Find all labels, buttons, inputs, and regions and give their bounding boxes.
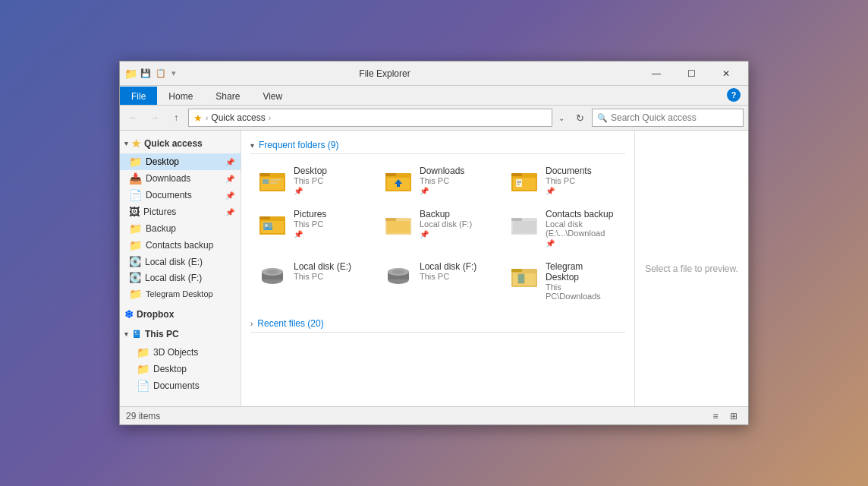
frequent-folders-header[interactable]: ▾ Frequent folders (9)	[250, 137, 625, 154]
sidebar-item-telegram-desktop[interactable]: 📁 Telegram Desktop	[120, 286, 241, 302]
view-buttons: ≡ ⊞	[707, 409, 742, 423]
sidebar-item-local-disk-f[interactable]: 💽 Local disk (F:)	[120, 270, 241, 286]
main-area: ▾ ★ Quick access 📁 Desktop 📌 📥 Downloads…	[120, 131, 748, 406]
pin-icon: 📌	[225, 208, 234, 216]
contacts-backup-folder-icon: 📁	[129, 239, 142, 251]
sidebar-item-desktop[interactable]: 📁 Desktop 📌	[120, 153, 241, 170]
list-view-button[interactable]: ≡	[707, 409, 724, 423]
backup-info: Backup Local disk (F:) 📌	[420, 209, 492, 238]
telegram-thumb	[509, 261, 539, 290]
forward-button[interactable]: →	[146, 109, 164, 126]
sidebar-item-local-disk-e[interactable]: 💽 Local disk (E:)	[120, 254, 241, 270]
favorites-star-icon: ★	[193, 112, 203, 124]
backup-thumb	[383, 209, 414, 238]
sidebar: ▾ ★ Quick access 📁 Desktop 📌 📥 Downloads…	[120, 131, 241, 406]
preview-pane: Select a file to preview.	[634, 131, 748, 406]
recent-files-label: Recent files (20)	[257, 318, 323, 329]
documents-this-pc-icon: 📄	[137, 380, 149, 392]
collapse-chevron: ▾	[250, 141, 254, 150]
local-disk-e-icon: 💽	[129, 256, 141, 267]
path-dropdown-button[interactable]: ⌄	[555, 109, 568, 126]
tab-file[interactable]: File	[120, 87, 157, 105]
svg-rect-16	[517, 184, 520, 185]
recent-collapse-chevron: ›	[250, 320, 253, 328]
dropbox-label: Dropbox	[137, 309, 174, 320]
documents-info: Documents This PC 📌	[546, 166, 618, 195]
address-path[interactable]: ★ › Quick access ›	[188, 109, 552, 127]
refresh-button[interactable]: ↻	[571, 109, 589, 127]
search-icon: 🔍	[597, 113, 608, 123]
contacts-backup-info: Contacts backup Local disk (E:\...\Downl…	[546, 209, 618, 248]
search-input[interactable]	[611, 112, 738, 123]
tab-home[interactable]: Home	[157, 87, 204, 105]
svg-rect-3	[263, 179, 269, 184]
search-box[interactable]: 🔍	[592, 109, 744, 127]
grid-view-button[interactable]: ⊞	[725, 409, 742, 423]
address-bar: ← → ↑ ★ › Quick access › ⌄ ↻ 🔍	[120, 106, 748, 131]
sidebar-item-documents[interactable]: 📄 Documents 📌	[120, 187, 241, 204]
tab-share[interactable]: Share	[204, 87, 251, 105]
up-button[interactable]: ↑	[167, 109, 185, 126]
path-separator-2: ›	[269, 114, 271, 122]
sidebar-item-pictures[interactable]: 🖼 Pictures 📌	[120, 204, 241, 220]
folder-item-pictures[interactable]: Pictures This PC 📌	[250, 204, 373, 253]
folder-item-local-disk-e[interactable]: Local disk (E:) This PC	[250, 256, 373, 306]
downloads-thumb	[383, 166, 414, 194]
sidebar-item-3d-objects[interactable]: 📁 3D Objects	[120, 344, 241, 361]
dropbox-icon: ❄	[124, 308, 134, 320]
svg-point-36	[392, 270, 404, 274]
title-bar: 📁 💾 📋 ▾ File Explorer — ☐ ✕	[120, 62, 748, 86]
local-disk-f-thumb	[383, 261, 414, 290]
telegram-folder-icon: 📁	[129, 288, 142, 300]
quick-access-label: Quick access	[144, 138, 203, 149]
tab-view[interactable]: View	[251, 87, 294, 105]
svg-rect-4	[270, 179, 281, 181]
quick-access-star-icon: ★	[131, 137, 141, 150]
collapse-icon: ▾	[124, 140, 128, 147]
backup-folder-icon: 📁	[129, 222, 142, 235]
folder-item-downloads[interactable]: Downloads This PC 📌	[376, 160, 499, 200]
sidebar-item-downloads[interactable]: 📥 Downloads 📌	[120, 170, 241, 187]
folder-item-backup[interactable]: Backup Local disk (F:) 📌	[376, 204, 499, 253]
help-icon[interactable]: ?	[727, 88, 741, 102]
folder-item-contacts-backup[interactable]: Contacts backup Local disk (E:\...\Downl…	[502, 204, 625, 253]
minimize-button[interactable]: —	[639, 62, 674, 86]
desktop-this-pc-icon: 📁	[137, 363, 149, 375]
close-button[interactable]: ✕	[709, 62, 744, 86]
status-bar: 29 items ≡ ⊞	[120, 406, 748, 424]
folder-item-telegram[interactable]: Telegram Desktop This PC\Downloads	[502, 256, 625, 306]
svg-rect-38	[511, 269, 522, 272]
path-text: Quick access	[208, 112, 268, 123]
sidebar-item-documents-this-pc[interactable]: 📄 Documents	[120, 377, 241, 394]
svg-rect-24	[385, 218, 396, 221]
content-area: ▾ Frequent folders (9)	[241, 131, 634, 406]
svg-rect-7	[385, 173, 396, 176]
svg-rect-27	[511, 218, 522, 221]
back-button[interactable]: ←	[124, 109, 143, 126]
folder-item-desktop[interactable]: Desktop This PC 📌	[250, 160, 373, 200]
local-disk-e-thumb	[257, 261, 288, 290]
folder-item-local-disk-f[interactable]: Local disk (F:) This PC	[376, 256, 499, 306]
items-count: 29 items	[126, 411, 160, 421]
recent-files-header[interactable]: › Recent files (20)	[250, 315, 625, 333]
sidebar-quick-access-header[interactable]: ▾ ★ Quick access	[120, 134, 241, 153]
svg-rect-18	[259, 216, 270, 219]
desktop-folder-icon: 📁	[129, 156, 142, 168]
downloads-folder-icon: 📥	[129, 172, 142, 185]
collapse-icon-2: ▾	[124, 330, 128, 338]
folder-item-documents[interactable]: Documents This PC 📌	[502, 160, 625, 200]
sidebar-item-backup[interactable]: 📁 Backup	[120, 220, 241, 237]
preview-text: Select a file to preview.	[645, 264, 738, 274]
svg-rect-28	[513, 221, 536, 233]
frequent-folders-label: Frequent folders (9)	[259, 140, 338, 150]
pictures-info: Pictures This PC 📌	[294, 209, 366, 238]
maximize-button[interactable]: ☐	[674, 62, 709, 86]
help-button[interactable]: ?	[719, 85, 748, 105]
svg-rect-1	[259, 173, 270, 176]
desktop-thumb	[257, 166, 288, 194]
file-explorer-window: 📁 💾 📋 ▾ File Explorer — ☐ ✕ File Home Sh…	[119, 61, 749, 425]
sidebar-item-desktop-this-pc[interactable]: 📁 Desktop	[120, 361, 241, 377]
sidebar-item-contacts-backup[interactable]: 📁 Contacts backup	[120, 237, 241, 254]
sidebar-dropbox-header[interactable]: ❄ Dropbox	[120, 302, 241, 324]
sidebar-this-pc-header[interactable]: ▾ 🖥 This PC	[120, 324, 241, 344]
